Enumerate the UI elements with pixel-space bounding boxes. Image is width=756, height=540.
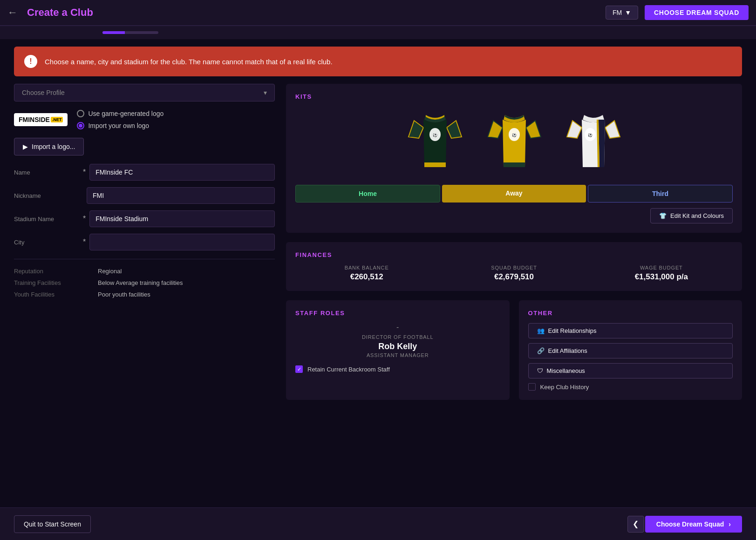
finances-title: FINANCES (295, 251, 733, 258)
name-label: Name (14, 169, 79, 176)
kit-tab-home[interactable]: Home (295, 185, 440, 202)
training-label: Training Facilities (14, 279, 89, 286)
arrow-right-icon: › (729, 520, 731, 528)
choose-dream-top-button[interactable]: CHOOSE DREAM SQUAD (645, 5, 749, 20)
radio-circle-game (77, 110, 84, 117)
fm-dropdown[interactable]: FM ▼ (606, 6, 638, 20)
other-title: OTHER (528, 310, 733, 317)
youth-value: Poor youth facilities (98, 291, 150, 298)
squad-budget-item: SQUAD BUDGET €2,679,510 (443, 265, 585, 282)
training-row: Training Facilities Below Average traini… (14, 279, 275, 286)
keep-history-row[interactable]: Keep Club History (528, 383, 733, 391)
misc-icon: 🛡 (537, 367, 543, 374)
choose-dream-squad-button[interactable]: Choose Dream Squad › (645, 516, 742, 533)
bottom-nav: Quit to Start Screen ❮ Choose Dream Squa… (0, 507, 756, 540)
nickname-label: Nickname (14, 192, 79, 199)
use-game-logo-option[interactable]: Use game-generated logo (77, 110, 163, 117)
third-kit-shirt: ⚽ (563, 107, 624, 176)
svg-text:⚽: ⚽ (433, 133, 437, 137)
name-field-row: Name * (14, 164, 275, 181)
affiliations-icon: 🔗 (537, 347, 545, 354)
info-rows: Reputation Regional Training Facilities … (14, 268, 275, 298)
edit-affiliations-button[interactable]: 🔗 Edit Affiliations (528, 343, 733, 358)
third-shirt-svg: ⚽ (563, 107, 624, 176)
import-own-logo-option[interactable]: Import your own logo (77, 122, 163, 129)
chevron-down-icon: ▾ (264, 89, 267, 96)
other-buttons: 👥 Edit Relationships 🔗 Edit Affiliations… (528, 323, 733, 378)
kits-title: KITS (295, 93, 733, 100)
content-area: Choose Profile ▾ FMINSIDE .NET Use game-… (0, 84, 756, 400)
logo-options: Use game-generated logo Import your own … (77, 110, 163, 129)
away-kit-shirt: ⚽ (484, 107, 545, 176)
stadium-label: Stadium Name (14, 216, 79, 223)
import-logo-button[interactable]: ▶ Import a logo... (14, 138, 84, 155)
stadium-input[interactable] (89, 210, 275, 227)
retain-staff-checkbox[interactable]: ✓ (295, 365, 303, 373)
manager-title: ASSISTANT MANAGER (295, 352, 500, 358)
nickname-field-row: Nickname (14, 187, 275, 204)
wage-label: WAGE BUDGET (640, 265, 683, 270)
youth-label: Youth Facilities (14, 291, 89, 298)
kit-tabs: Home Away Third (295, 185, 733, 202)
wage-value: €1,531,000 p/a (635, 272, 688, 282)
home-kit-shirt: ⚽ (405, 107, 465, 176)
youth-row: Youth Facilities Poor youth facilities (14, 291, 275, 298)
progress-bar-fill (102, 31, 125, 34)
stadium-field-row: Stadium Name * (14, 210, 275, 227)
staff-container: STAFF ROLES - DIRECTOR OF FOOTBALL Rob K… (286, 300, 510, 400)
training-value: Below Average training facilities (98, 279, 183, 286)
manager-name: Rob Kelly (295, 342, 500, 351)
shirt-icon: 👕 (659, 212, 667, 219)
reputation-value: Regional (98, 268, 122, 275)
svg-text:⚽: ⚽ (588, 133, 593, 137)
left-panel: Choose Profile ▾ FMINSIDE .NET Use game-… (14, 84, 275, 400)
city-input[interactable] (89, 234, 275, 250)
edit-relationships-button[interactable]: 👥 Edit Relationships (528, 323, 733, 338)
city-required: * (83, 238, 86, 246)
edit-kit-btn-container: 👕 Edit Kit and Colours (295, 208, 733, 223)
dream-nav-group: ❮ Choose Dream Squad › (627, 516, 742, 533)
away-shirt-svg: ⚽ (484, 107, 545, 176)
bottom-grid: STAFF ROLES - DIRECTOR OF FOOTBALL Rob K… (286, 300, 742, 400)
bank-value: €260,512 (350, 272, 383, 282)
quit-button[interactable]: Quit to Start Screen (14, 515, 91, 533)
other-container: OTHER 👥 Edit Relationships 🔗 Edit Affili… (519, 300, 742, 400)
staff-title: STAFF ROLES (295, 310, 500, 317)
progress-bar-area (0, 26, 756, 39)
miscellaneous-button[interactable]: 🛡 Miscellaneous (528, 363, 733, 378)
kit-tab-third[interactable]: Third (588, 185, 733, 202)
kits-container: KITS (286, 84, 742, 233)
nickname-input[interactable] (87, 187, 275, 204)
retain-staff-label: Retain Current Backroom Staff (307, 366, 390, 373)
kit-shirts: ⚽ ⚽ (295, 107, 733, 176)
finances-container: FINANCES BANK BALANCE €260,512 SQUAD BUD… (286, 242, 742, 291)
edit-kit-button[interactable]: 👕 Edit Kit and Colours (650, 208, 733, 223)
progress-bar-track (102, 31, 158, 34)
error-banner: ! Choose a name, city and stadium for th… (14, 47, 742, 76)
squad-label: SQUAD BUDGET (491, 265, 537, 270)
error-message: Choose a name, city and stadium for the … (45, 58, 333, 66)
logo-section: FMINSIDE .NET Use game-generated logo Im… (14, 110, 275, 129)
radio-dot (79, 124, 82, 128)
import-icon: ▶ (23, 143, 28, 150)
svg-text:⚽: ⚽ (512, 133, 517, 137)
keep-history-label: Keep Club History (540, 384, 589, 391)
home-shirt-svg: ⚽ (405, 107, 465, 176)
stadium-required: * (83, 215, 86, 223)
kit-tab-away[interactable]: Away (442, 185, 586, 202)
reputation-row: Reputation Regional (14, 268, 275, 275)
reputation-label: Reputation (14, 268, 89, 275)
dream-nav-left-button[interactable]: ❮ (627, 516, 644, 533)
profile-placeholder: Choose Profile (22, 89, 65, 96)
keep-history-checkbox[interactable] (528, 383, 536, 391)
finances-grid: BANK BALANCE €260,512 SQUAD BUDGET €2,67… (295, 265, 733, 282)
form-divider (14, 259, 275, 259)
squad-value: €2,679,510 (494, 272, 534, 282)
profile-dropdown[interactable]: Choose Profile ▾ (14, 84, 275, 101)
director-dash: - (295, 323, 500, 331)
back-button[interactable]: ← (7, 7, 18, 19)
name-input[interactable] (89, 164, 275, 181)
retain-staff-row[interactable]: ✓ Retain Current Backroom Staff (295, 365, 500, 373)
radio-circle-import (77, 122, 84, 129)
top-nav: ← Create a Club FM ▼ CHOOSE DREAM SQUAD (0, 0, 756, 26)
